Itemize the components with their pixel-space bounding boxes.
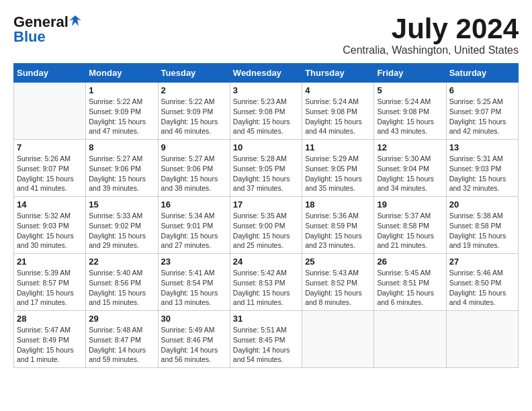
day-detail: Sunrise: 5:42 AM Sunset: 8:53 PM Dayligh…: [233, 268, 299, 308]
day-detail: Sunrise: 5:47 AM Sunset: 8:49 PM Dayligh…: [17, 325, 83, 365]
logo-blue: Blue: [13, 28, 46, 46]
day-detail: Sunrise: 5:40 AM Sunset: 8:56 PM Dayligh…: [89, 268, 154, 308]
day-number: 8: [89, 142, 154, 152]
day-detail: Sunrise: 5:51 AM Sunset: 8:45 PM Dayligh…: [233, 325, 299, 365]
day-detail: Sunrise: 5:37 AM Sunset: 8:58 PM Dayligh…: [377, 211, 443, 250]
calendar-cell: [446, 311, 518, 368]
calendar-week-5: 28Sunrise: 5:47 AM Sunset: 8:49 PM Dayli…: [14, 311, 519, 368]
calendar-week-2: 7Sunrise: 5:26 AM Sunset: 9:07 PM Daylig…: [14, 140, 519, 197]
day-number: 20: [449, 199, 515, 210]
day-detail: Sunrise: 5:24 AM Sunset: 9:08 PM Dayligh…: [305, 97, 371, 136]
calendar-cell: 3Sunrise: 5:23 AM Sunset: 9:08 PM Daylig…: [230, 83, 302, 140]
day-detail: Sunrise: 5:24 AM Sunset: 9:08 PM Dayligh…: [377, 97, 443, 136]
logo: General Blue: [13, 13, 81, 46]
day-detail: Sunrise: 5:26 AM Sunset: 9:07 PM Dayligh…: [17, 154, 83, 193]
day-detail: Sunrise: 5:22 AM Sunset: 9:09 PM Dayligh…: [161, 97, 227, 136]
calendar-cell: 31Sunrise: 5:51 AM Sunset: 8:45 PM Dayli…: [230, 311, 302, 368]
calendar-cell: 19Sunrise: 5:37 AM Sunset: 8:58 PM Dayli…: [374, 197, 446, 254]
calendar-cell: 9Sunrise: 5:27 AM Sunset: 9:06 PM Daylig…: [158, 140, 230, 197]
calendar-table: SundayMondayTuesdayWednesdayThursdayFrid…: [13, 63, 519, 368]
calendar-cell: 2Sunrise: 5:22 AM Sunset: 9:09 PM Daylig…: [158, 83, 230, 140]
day-number: 3: [233, 85, 299, 95]
calendar-cell: 5Sunrise: 5:24 AM Sunset: 9:08 PM Daylig…: [374, 83, 446, 140]
calendar-week-4: 21Sunrise: 5:39 AM Sunset: 8:57 PM Dayli…: [14, 254, 519, 311]
day-detail: Sunrise: 5:48 AM Sunset: 8:47 PM Dayligh…: [89, 325, 154, 365]
main-title: July 2024: [343, 13, 519, 44]
day-number: 28: [17, 314, 83, 324]
calendar-week-3: 14Sunrise: 5:32 AM Sunset: 9:03 PM Dayli…: [14, 197, 519, 254]
calendar-cell: 18Sunrise: 5:36 AM Sunset: 8:59 PM Dayli…: [302, 197, 374, 254]
day-number: 10: [233, 142, 299, 152]
day-number: 30: [161, 314, 227, 324]
calendar-cell: 8Sunrise: 5:27 AM Sunset: 9:06 PM Daylig…: [86, 140, 158, 197]
day-detail: Sunrise: 5:36 AM Sunset: 8:59 PM Dayligh…: [305, 211, 371, 250]
day-number: 19: [377, 199, 443, 210]
calendar-cell: 17Sunrise: 5:35 AM Sunset: 9:00 PM Dayli…: [230, 197, 302, 254]
header-saturday: Saturday: [446, 64, 518, 83]
day-number: 21: [17, 257, 83, 267]
day-number: 11: [305, 142, 371, 152]
header-thursday: Thursday: [302, 64, 374, 83]
day-detail: Sunrise: 5:27 AM Sunset: 9:06 PM Dayligh…: [89, 154, 154, 193]
day-detail: Sunrise: 5:25 AM Sunset: 9:07 PM Dayligh…: [449, 97, 515, 136]
day-number: 17: [233, 199, 299, 210]
day-detail: Sunrise: 5:35 AM Sunset: 9:00 PM Dayligh…: [233, 211, 299, 250]
day-number: 7: [17, 142, 83, 152]
day-detail: Sunrise: 5:30 AM Sunset: 9:04 PM Dayligh…: [377, 154, 443, 193]
calendar-cell: 22Sunrise: 5:40 AM Sunset: 8:56 PM Dayli…: [86, 254, 158, 311]
day-number: 5: [377, 85, 443, 95]
day-number: 22: [89, 257, 154, 267]
calendar-cell: [374, 311, 446, 368]
day-number: 12: [377, 142, 443, 152]
calendar-cell: 4Sunrise: 5:24 AM Sunset: 9:08 PM Daylig…: [302, 83, 374, 140]
calendar-cell: 15Sunrise: 5:33 AM Sunset: 9:02 PM Dayli…: [86, 197, 158, 254]
day-number: 4: [305, 85, 371, 95]
day-detail: Sunrise: 5:38 AM Sunset: 8:58 PM Dayligh…: [449, 211, 515, 250]
day-number: 9: [161, 142, 227, 152]
day-detail: Sunrise: 5:45 AM Sunset: 8:51 PM Dayligh…: [377, 268, 443, 308]
day-number: 31: [233, 314, 299, 324]
day-detail: Sunrise: 5:27 AM Sunset: 9:06 PM Dayligh…: [161, 154, 227, 193]
header-wednesday: Wednesday: [230, 64, 302, 83]
day-detail: Sunrise: 5:34 AM Sunset: 9:01 PM Dayligh…: [161, 211, 227, 250]
day-number: 2: [161, 85, 227, 95]
calendar-cell: 16Sunrise: 5:34 AM Sunset: 9:01 PM Dayli…: [158, 197, 230, 254]
calendar-cell: 23Sunrise: 5:41 AM Sunset: 8:54 PM Dayli…: [158, 254, 230, 311]
calendar-cell: 26Sunrise: 5:45 AM Sunset: 8:51 PM Dayli…: [374, 254, 446, 311]
day-detail: Sunrise: 5:31 AM Sunset: 9:03 PM Dayligh…: [449, 154, 515, 193]
day-detail: Sunrise: 5:23 AM Sunset: 9:08 PM Dayligh…: [233, 97, 299, 136]
calendar-cell: 20Sunrise: 5:38 AM Sunset: 8:58 PM Dayli…: [446, 197, 518, 254]
calendar-cell: 24Sunrise: 5:42 AM Sunset: 8:53 PM Dayli…: [230, 254, 302, 311]
header-friday: Friday: [374, 64, 446, 83]
calendar-cell: 11Sunrise: 5:29 AM Sunset: 9:05 PM Dayli…: [302, 140, 374, 197]
day-number: 26: [377, 257, 443, 267]
calendar-cell: 30Sunrise: 5:49 AM Sunset: 8:46 PM Dayli…: [158, 311, 230, 368]
day-number: 27: [449, 257, 515, 267]
header-tuesday: Tuesday: [158, 64, 230, 83]
calendar-cell: [302, 311, 374, 368]
calendar-cell: 12Sunrise: 5:30 AM Sunset: 9:04 PM Dayli…: [374, 140, 446, 197]
day-detail: Sunrise: 5:28 AM Sunset: 9:05 PM Dayligh…: [233, 154, 299, 193]
calendar-cell: 7Sunrise: 5:26 AM Sunset: 9:07 PM Daylig…: [14, 140, 86, 197]
day-detail: Sunrise: 5:29 AM Sunset: 9:05 PM Dayligh…: [305, 154, 371, 193]
calendar-cell: 6Sunrise: 5:25 AM Sunset: 9:07 PM Daylig…: [446, 83, 518, 140]
calendar-cell: 29Sunrise: 5:48 AM Sunset: 8:47 PM Dayli…: [86, 311, 158, 368]
svg-marker-0: [69, 15, 81, 26]
header-sunday: Sunday: [14, 64, 86, 83]
page-header: General Blue July 2024 Centralia, Washin…: [13, 13, 519, 56]
day-detail: Sunrise: 5:22 AM Sunset: 9:09 PM Dayligh…: [89, 97, 154, 136]
day-number: 18: [305, 199, 371, 210]
day-detail: Sunrise: 5:41 AM Sunset: 8:54 PM Dayligh…: [161, 268, 227, 308]
day-number: 24: [233, 257, 299, 267]
calendar-cell: 13Sunrise: 5:31 AM Sunset: 9:03 PM Dayli…: [446, 140, 518, 197]
calendar-cell: 10Sunrise: 5:28 AM Sunset: 9:05 PM Dayli…: [230, 140, 302, 197]
day-detail: Sunrise: 5:33 AM Sunset: 9:02 PM Dayligh…: [89, 211, 154, 250]
day-number: 29: [89, 314, 154, 324]
calendar-cell: 27Sunrise: 5:46 AM Sunset: 8:50 PM Dayli…: [446, 254, 518, 311]
subtitle: Centralia, Washington, United States: [343, 44, 519, 56]
day-detail: Sunrise: 5:49 AM Sunset: 8:46 PM Dayligh…: [161, 325, 227, 365]
day-number: 23: [161, 257, 227, 267]
calendar-header-row: SundayMondayTuesdayWednesdayThursdayFrid…: [14, 64, 519, 83]
day-number: 1: [89, 85, 154, 95]
logo-bird-icon: [69, 14, 81, 26]
